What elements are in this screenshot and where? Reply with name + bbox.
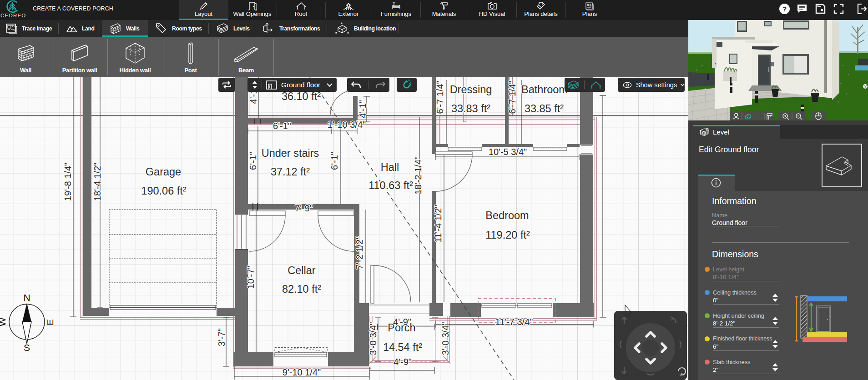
svg-text:6'-7 1/4": 6'-7 1/4" xyxy=(435,80,445,114)
svg-text:37.12 ft²: 37.12 ft² xyxy=(271,166,310,178)
svg-text:18'-2 1/4": 18'-2 1/4" xyxy=(413,156,423,195)
svg-text:6'-1": 6'-1" xyxy=(248,152,258,170)
svg-text:3'-0 3/4": 3'-0 3/4" xyxy=(440,322,450,355)
svg-text:S: S xyxy=(24,342,30,353)
svg-text:?: ? xyxy=(782,5,787,13)
svg-text:14.54 ft²: 14.54 ft² xyxy=(383,341,422,353)
svg-text:3'-0 3/4": 3'-0 3/4" xyxy=(368,322,378,355)
svg-text:9'-10 1/4": 9'-10 1/4" xyxy=(283,367,321,377)
svg-text:4'-1": 4'-1" xyxy=(358,100,368,118)
svg-text:82.10 ft²: 82.10 ft² xyxy=(282,283,321,295)
svg-text:33.85 ft²: 33.85 ft² xyxy=(525,103,564,115)
svg-text:119.20 ft²: 119.20 ft² xyxy=(485,229,530,241)
svg-text:1'-10 3/4": 1'-10 3/4" xyxy=(328,120,366,130)
svg-text:4'-9": 4'-9" xyxy=(393,317,411,327)
svg-text:E: E xyxy=(45,319,55,325)
svg-text:33.83 ft²: 33.83 ft² xyxy=(451,103,490,115)
svg-text:10'-5 3/4": 10'-5 3/4" xyxy=(489,147,527,157)
svg-text:6'-7 1/4": 6'-7 1/4" xyxy=(507,80,517,114)
svg-text:Under stairs: Under stairs xyxy=(262,147,319,159)
svg-text:Dressing: Dressing xyxy=(450,84,492,95)
svg-text:10'-7": 10'-7" xyxy=(246,266,256,289)
svg-text:190.06 ft²: 190.06 ft² xyxy=(141,185,186,197)
svg-text:19'-8 1/4": 19'-8 1/4" xyxy=(63,163,73,201)
svg-text:110.63 ft²: 110.63 ft² xyxy=(368,180,413,191)
svg-text:Garage: Garage xyxy=(146,166,181,178)
svg-text:4'-9": 4'-9" xyxy=(394,357,412,367)
svg-text:W: W xyxy=(0,317,7,326)
svg-text:Hall: Hall xyxy=(381,161,399,173)
svg-text:6'-1": 6'-1" xyxy=(329,152,339,170)
svg-text:Cellar: Cellar xyxy=(288,265,316,276)
svg-text:18'-4 1/2": 18'-4 1/2" xyxy=(92,163,102,201)
svg-text:6'-1": 6'-1" xyxy=(273,121,291,131)
svg-text:7'-9": 7'-9" xyxy=(295,203,313,213)
svg-text:11'-7 3/4": 11'-7 3/4" xyxy=(495,317,533,327)
svg-text:7'-2 1/2": 7'-2 1/2" xyxy=(354,236,364,269)
svg-text:11'-4 1/2": 11'-4 1/2" xyxy=(433,205,443,243)
svg-text:N: N xyxy=(23,292,30,303)
svg-text:36.10 ft²: 36.10 ft² xyxy=(282,90,321,102)
svg-text:Bathroom: Bathroom xyxy=(521,84,568,95)
svg-text:Bedroom: Bedroom xyxy=(485,210,529,221)
svg-text:3'-7": 3'-7" xyxy=(217,328,227,346)
